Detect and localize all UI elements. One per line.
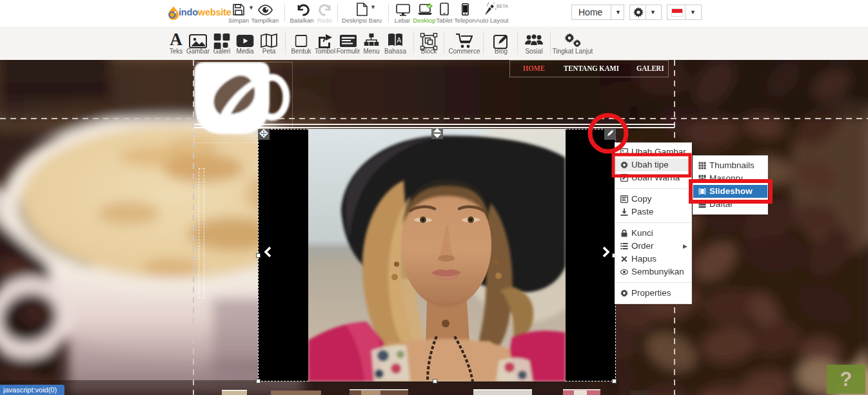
svg-text:A: A <box>397 37 402 44</box>
